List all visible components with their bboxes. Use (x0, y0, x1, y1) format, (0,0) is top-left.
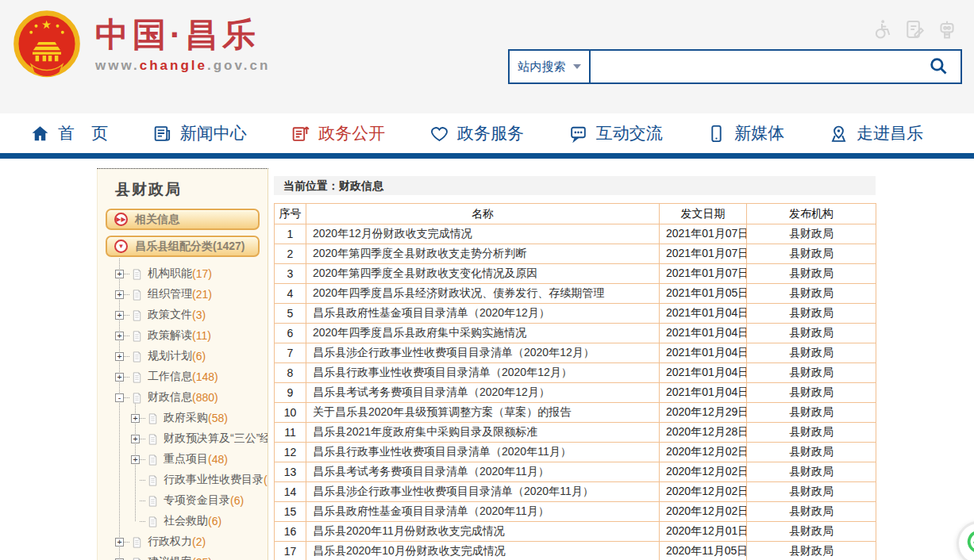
document-icon (147, 495, 159, 507)
tree-item-label: 专项资金目录 (164, 493, 230, 508)
tree-item[interactable]: -财政信息(880) (98, 387, 268, 408)
tree-item[interactable]: +政府采购(58) (98, 408, 268, 428)
tree-item[interactable]: +机构职能(17) (98, 263, 268, 284)
edit-doc-icon[interactable] (903, 18, 926, 40)
cell-title-link[interactable]: 昌乐县2020年11月份财政收支完成情况 (306, 522, 660, 542)
cell-title-link[interactable]: 昌乐县考试考务费项目目录清单（2020年12月） (306, 383, 660, 403)
tree-item[interactable]: +组织管理(21) (98, 284, 268, 305)
cell-title-link[interactable]: 昌乐县考试考务费项目目录清单（2020年11月） (306, 462, 660, 482)
plus-box-icon[interactable]: + (131, 435, 140, 443)
cell-title-link[interactable]: 2020年四季度昌乐县经济财政状况、债券发行、存续期管理 (306, 284, 660, 304)
cell-title-link[interactable]: 昌乐县涉企行政事业性收费项目目录清单（2020年12月） (306, 343, 660, 363)
tree-item-label: 行政事业性收费目录 (164, 473, 264, 487)
tree-item-label: 建议提案 (148, 555, 192, 560)
nav-item-phone[interactable]: 新媒体 (706, 122, 784, 144)
robot-icon[interactable] (936, 18, 958, 40)
tree-item[interactable]: 社会救助(6) (98, 511, 268, 531)
site-header: 中国·昌乐 www.changle.gov.cn 站内搜索 (0, 0, 974, 113)
cell-title-link[interactable]: 2020年四季度昌乐县政府集中采购实施情况 (306, 324, 660, 343)
cell-index: 9 (275, 383, 306, 403)
cell-title-link[interactable]: 关于昌乐县2020年县级预算调整方案（草案）的报告 (306, 403, 660, 423)
plus-box-icon[interactable]: + (131, 455, 140, 464)
sidebar-category-button[interactable]: ▼ 昌乐县组配分类(1427) (106, 236, 260, 257)
cell-index: 14 (275, 482, 306, 502)
national-emblem-logo (11, 8, 83, 82)
nav-item-news[interactable]: 新闻中心 (152, 122, 247, 144)
cell-title-link[interactable]: 昌乐县政府性基金项目目录清单（2020年11月） (306, 502, 660, 522)
plus-box-icon[interactable]: + (115, 352, 124, 361)
tree-item[interactable]: +政策文件(3) (98, 305, 268, 325)
document-icon (131, 309, 143, 321)
accessibility-icon[interactable] (871, 18, 893, 40)
search-input[interactable] (591, 51, 916, 82)
cell-date: 2020年12月02日 (660, 482, 747, 502)
cell-title-link[interactable]: 昌乐县行政事业性收费项目目录清单（2020年12月） (306, 363, 660, 383)
document-icon (131, 392, 143, 404)
tree-item[interactable]: +政策解读(11) (98, 325, 268, 346)
tree-item-count: (6) (230, 494, 244, 507)
cell-agency: 县财政局 (747, 383, 876, 403)
cell-agency: 县财政局 (747, 403, 876, 423)
tree-item[interactable]: +建议提案(25) (98, 552, 268, 560)
nav-item-chat[interactable]: 互动交流 (568, 122, 663, 144)
tree-item-count: (17) (192, 267, 212, 280)
tree-item-count: (11) (192, 329, 211, 342)
cell-title-link[interactable]: 2020年第四季度全县财政收支变化情况及原因 (306, 264, 660, 284)
table-row: 14昌乐县涉企行政事业性收费项目目录清单（2020年11月）2020年12月02… (275, 482, 876, 502)
tree-item-label: 政策解读 (148, 328, 192, 343)
tree-item[interactable]: +行政权力(2) (98, 531, 268, 552)
sidebar: 县财政局 ▶▶ 相关信息 ▼ 昌乐县组配分类(1427) +机构职能(17)+组… (97, 168, 268, 560)
search-scope-dropdown[interactable]: 站内搜索 (510, 51, 591, 82)
tree-item[interactable]: 行政事业性收费目录(87) (98, 470, 268, 490)
utility-icon-group (871, 18, 958, 40)
cell-title-link[interactable]: 2020年12月份财政收支完成情况 (306, 224, 660, 244)
search-icon (928, 56, 949, 79)
tree-item-label: 行政权力 (148, 535, 192, 549)
tree-item[interactable]: 专项资金目录(6) (98, 490, 268, 511)
tree-item[interactable]: +工作信息(148) (98, 366, 268, 387)
cell-title-link[interactable]: 2020年第四季度全县财政收支走势分析判断 (306, 244, 660, 264)
cell-index: 3 (275, 264, 306, 284)
nav-item-home[interactable]: 首 页 (30, 122, 108, 144)
cell-title-link[interactable]: 昌乐县政府性基金项目目录清单（2020年12月） (306, 304, 660, 324)
table-body: 12020年12月份财政收支完成情况2021年01月07日县财政局22020年第… (275, 224, 876, 560)
nav-item-label: 互动交流 (596, 122, 663, 144)
tree-item[interactable]: +财政预决算及“三公”经 (98, 428, 268, 449)
cell-agency: 县财政局 (747, 443, 876, 462)
tree-item[interactable]: +重点项目(48) (98, 449, 268, 470)
table-row: 8昌乐县行政事业性收费项目目录清单（2020年12月）2021年01月04日县财… (275, 363, 876, 383)
cell-title-link[interactable]: 昌乐县2021年度政府集中采购目录及限额标准 (306, 423, 660, 443)
minus-box-icon[interactable]: - (115, 393, 124, 402)
cell-agency: 县财政局 (747, 304, 876, 324)
back-to-top-widget[interactable] (957, 521, 974, 560)
cell-date: 2020年12月29日 (660, 403, 747, 423)
document-icon (147, 412, 159, 424)
plus-box-icon[interactable]: + (115, 311, 124, 320)
nav-item-govopen[interactable]: 政务公开 (291, 122, 385, 144)
plus-box-icon[interactable]: + (115, 270, 124, 278)
table-row: 62020年四季度昌乐县政府集中采购实施情况2021年01月04日县财政局 (275, 324, 876, 343)
site-title: 中国·昌乐 (95, 16, 270, 54)
cell-agency: 县财政局 (747, 244, 876, 264)
tree-item-label: 工作信息 (148, 370, 192, 384)
cell-date: 2021年01月04日 (660, 304, 747, 324)
cell-date: 2021年01月04日 (660, 343, 747, 363)
plus-box-icon[interactable]: + (115, 538, 124, 547)
plus-box-icon[interactable]: + (131, 414, 140, 423)
cell-title-link[interactable]: 昌乐县2020年10月份财政收支完成情况 (306, 542, 660, 560)
tree-item-label: 社会救助 (164, 514, 208, 528)
nav-item-pin[interactable]: 走进昌乐 (829, 122, 923, 144)
table-row: 10关于昌乐县2020年县级预算调整方案（草案）的报告2020年12月29日县财… (275, 403, 876, 423)
document-icon (131, 371, 143, 383)
tree-item[interactable]: +规划计划(6) (98, 346, 268, 366)
nav-item-heart[interactable]: 政务服务 (429, 122, 524, 144)
cell-title-link[interactable]: 昌乐县行政事业性收费项目目录清单（2020年11月） (306, 443, 660, 462)
sidebar-related-info-button[interactable]: ▶▶ 相关信息 (106, 209, 260, 230)
search-button[interactable] (916, 51, 961, 82)
tree-item-count: (3) (192, 309, 206, 321)
cell-title-link[interactable]: 昌乐县涉企行政事业性收费项目目录清单（2020年11月） (306, 482, 660, 502)
tree-item-count: (6) (192, 350, 206, 362)
plus-box-icon[interactable]: + (115, 373, 124, 382)
plus-box-icon[interactable]: + (115, 290, 124, 299)
plus-box-icon[interactable]: + (115, 332, 124, 340)
